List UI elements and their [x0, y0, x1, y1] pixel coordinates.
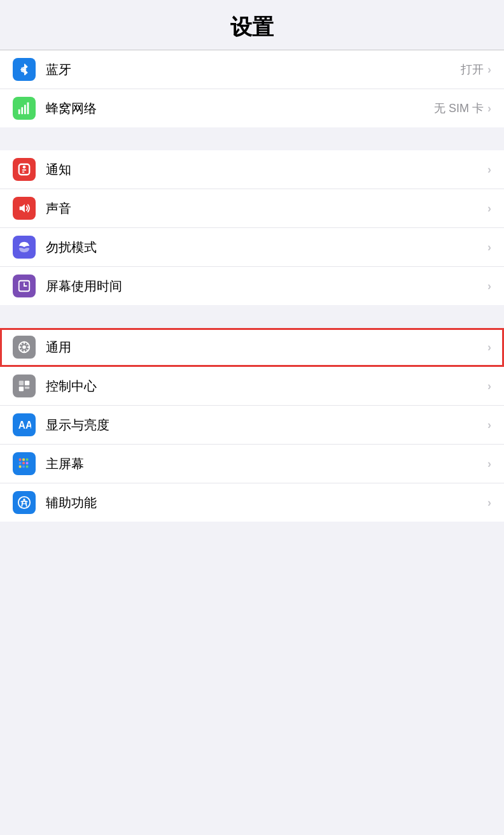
page-title: 设置: [230, 15, 274, 39]
svg-rect-3: [24, 105, 26, 115]
notification-icon-wrap: [13, 158, 36, 181]
sound-icon: [17, 201, 31, 215]
bluetooth-label: 蓝牙: [46, 61, 461, 78]
accessibility-icon-wrap: [13, 491, 36, 514]
svg-rect-20: [26, 459, 29, 461]
display-chevron: ›: [487, 418, 491, 432]
notification-icon: [17, 162, 31, 176]
control-icon-wrap: [13, 375, 36, 397]
cellular-chevron: ›: [487, 102, 491, 115]
settings-row-sound[interactable]: 声音 ›: [0, 189, 504, 228]
svg-rect-25: [22, 466, 25, 468]
bluetooth-chevron: ›: [487, 63, 491, 76]
svg-point-27: [18, 497, 30, 508]
svg-rect-23: [26, 462, 29, 464]
general-label: 通用: [46, 339, 484, 356]
general-icon-wrap: [13, 336, 36, 359]
settings-row-bluetooth[interactable]: ⎈ 蓝牙 打开 ›: [0, 50, 504, 89]
settings-row-display[interactable]: AA 显示与亮度 ›: [0, 406, 504, 445]
cellular-value: 无 SIM 卡: [434, 101, 484, 116]
dnd-label: 勿扰模式: [46, 239, 484, 256]
spacer-1: [0, 127, 504, 150]
svg-rect-1: [18, 110, 20, 114]
cellular-icon: [17, 101, 31, 115]
sound-label: 声音: [46, 200, 484, 217]
notifications-label: 通知: [46, 161, 484, 178]
homescreen-label: 主屏幕: [46, 455, 484, 473]
sound-chevron: ›: [487, 202, 491, 215]
settings-row-dnd[interactable]: 勿扰模式 ›: [0, 228, 504, 267]
bluetooth-value: 打开: [461, 62, 484, 77]
svg-rect-8: [22, 171, 25, 173]
svg-marker-9: [20, 204, 25, 213]
svg-point-6: [23, 166, 26, 169]
svg-point-12: [22, 345, 26, 349]
control-icon: [17, 379, 31, 393]
screentime-icon: [17, 279, 31, 293]
svg-rect-16: [25, 387, 29, 389]
svg-rect-7: [22, 169, 26, 171]
settings-row-cellular[interactable]: 蜂窝网络 无 SIM 卡 ›: [0, 89, 504, 127]
svg-text:⎈: ⎈: [20, 64, 27, 75]
page-header: 设置: [0, 0, 504, 50]
homescreen-chevron: ›: [487, 457, 491, 471]
svg-rect-4: [27, 103, 29, 114]
homescreen-icon-wrap: [13, 452, 36, 475]
svg-rect-14: [25, 381, 29, 385]
accessibility-chevron: ›: [487, 496, 491, 510]
svg-point-28: [23, 499, 25, 501]
svg-rect-22: [22, 462, 25, 464]
settings-row-screentime[interactable]: 屏幕使用时间 ›: [0, 267, 504, 305]
dnd-chevron: ›: [487, 241, 491, 254]
section-connectivity: ⎈ 蓝牙 打开 › 蜂窝网络 无 SIM 卡 ›: [0, 50, 504, 127]
sound-icon-wrap: [13, 197, 36, 220]
svg-rect-13: [19, 381, 24, 385]
display-icon-wrap: AA: [13, 413, 36, 436]
display-icon: AA: [17, 418, 31, 432]
bluetooth-icon-wrap: ⎈: [13, 58, 36, 81]
display-label: 显示与亮度: [46, 417, 484, 434]
homescreen-icon: [17, 457, 31, 471]
dnd-icon-wrap: [13, 236, 36, 259]
bluetooth-icon: ⎈: [17, 62, 31, 76]
settings-row-control-center[interactable]: 控制中心 ›: [0, 367, 504, 406]
general-icon: [17, 340, 31, 354]
accessibility-label: 辅助功能: [46, 494, 484, 511]
svg-rect-18: [19, 459, 22, 461]
notifications-chevron: ›: [487, 163, 491, 176]
screentime-label: 屏幕使用时间: [46, 278, 484, 295]
svg-text:AA: AA: [18, 420, 31, 431]
svg-rect-26: [26, 466, 29, 468]
accessibility-icon: [17, 496, 31, 510]
screentime-icon-wrap: [13, 275, 36, 297]
control-center-chevron: ›: [487, 380, 491, 393]
svg-rect-19: [22, 459, 25, 461]
svg-rect-2: [21, 107, 23, 114]
svg-rect-24: [19, 466, 22, 468]
cellular-label: 蜂窝网络: [46, 100, 434, 117]
spacer-2: [0, 305, 504, 328]
section-system: 通知 › 声音 › 勿扰模式 ›: [0, 150, 504, 305]
dnd-icon: [17, 240, 31, 254]
section-preferences: 通用 › 控制中心 › AA 显示与亮度 ›: [0, 328, 504, 522]
settings-row-general[interactable]: 通用 ›: [0, 328, 504, 367]
screentime-chevron: ›: [487, 280, 491, 293]
settings-row-homescreen[interactable]: 主屏幕 ›: [0, 445, 504, 483]
svg-rect-21: [19, 462, 22, 464]
svg-rect-15: [19, 387, 24, 391]
general-chevron: ›: [487, 341, 491, 354]
control-center-label: 控制中心: [46, 378, 484, 395]
cellular-icon-wrap: [13, 97, 36, 120]
settings-row-notifications[interactable]: 通知 ›: [0, 150, 504, 189]
settings-row-accessibility[interactable]: 辅助功能 ›: [0, 483, 504, 522]
